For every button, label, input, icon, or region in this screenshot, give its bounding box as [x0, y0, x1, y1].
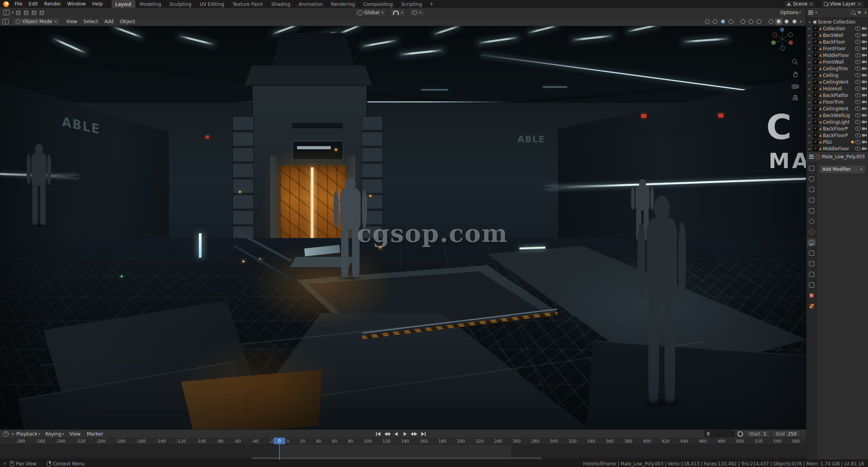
- item-checkbox[interactable]: ✓: [813, 93, 818, 98]
- shading-rendered-icon[interactable]: [791, 18, 798, 25]
- disable-in-render-camera-icon[interactable]: [862, 40, 867, 44]
- pan-hand-icon[interactable]: [791, 71, 799, 79]
- view-layer-selector[interactable]: View Layer ×: [821, 0, 864, 8]
- snap-active-icon[interactable]: [719, 18, 727, 25]
- item-checkbox[interactable]: ✓: [813, 39, 818, 44]
- render-tab-icon[interactable]: [807, 175, 816, 183]
- outliner-editor-icon[interactable]: [808, 11, 813, 15]
- tool-toggle-4[interactable]: [39, 9, 45, 16]
- timeline-ruler[interactable]: -280-260-240-220-200-180-160-140-120-100…: [0, 438, 806, 445]
- outliner-item-row[interactable]: ▸ ✓ ▲ FrontFloor: [807, 45, 868, 52]
- workspace-tab[interactable]: Shading: [267, 0, 295, 8]
- topbar-menu-item[interactable]: Help: [89, 1, 106, 7]
- tool-toggle-3[interactable]: [31, 9, 37, 16]
- workspace-tab[interactable]: Rendering: [327, 0, 359, 8]
- hide-in-viewport-eye-icon[interactable]: [855, 100, 861, 104]
- toggle-xray-icon[interactable]: [727, 18, 734, 25]
- tool-options[interactable]: Options ▾: [780, 10, 801, 15]
- mode-dropdown[interactable]: Object Mode ▾: [13, 18, 60, 26]
- item-checkbox[interactable]: ✓: [813, 99, 818, 104]
- visibility-toggle-1[interactable]: [740, 18, 747, 25]
- outliner-item-row[interactable]: ▸ ✓ ▲ Ceiling: [807, 72, 868, 79]
- texture-tab-icon[interactable]: [807, 302, 816, 310]
- item-checkbox[interactable]: ✓: [813, 119, 818, 125]
- viewport-menu-item[interactable]: Select: [81, 19, 101, 24]
- item-checkbox[interactable]: ✓: [813, 26, 818, 31]
- disable-in-render-camera-icon[interactable]: [862, 140, 867, 144]
- timeline-menu-item[interactable]: Playback▾: [14, 431, 43, 437]
- item-checkbox[interactable]: ✓: [813, 133, 818, 138]
- item-checkbox[interactable]: ✓: [813, 139, 818, 145]
- timeline-track[interactable]: [0, 445, 806, 460]
- workspace-tab[interactable]: Layout: [112, 0, 136, 8]
- disclosure-icon[interactable]: ▸: [809, 120, 812, 124]
- workspace-tab[interactable]: Animation: [295, 0, 327, 8]
- hide-in-viewport-eye-icon[interactable]: [855, 33, 861, 37]
- disclosure-icon[interactable]: ▸: [809, 140, 812, 144]
- outliner-item-row[interactable]: ▸ ✓ ▲ BackFloor: [807, 38, 868, 45]
- disclosure-icon[interactable]: ▸: [809, 60, 812, 64]
- hide-in-viewport-eye-icon[interactable]: [855, 60, 861, 64]
- workspace-tab[interactable]: Compositing: [359, 0, 397, 8]
- viewport-menu-item[interactable]: Add: [101, 19, 117, 24]
- outliner-item-row[interactable]: ▸ ✓ ▲ FloorTrim: [807, 99, 868, 105]
- hide-in-viewport-eye-icon[interactable]: [855, 106, 861, 111]
- auto-keying-icon[interactable]: [738, 431, 743, 437]
- item-checkbox[interactable]: ✓: [813, 53, 818, 58]
- timeline-scrollbar[interactable]: [0, 457, 806, 460]
- item-checkbox[interactable]: ✓: [813, 33, 818, 38]
- workspace-tab[interactable]: Scripting: [397, 0, 426, 8]
- visibility-toggle-2[interactable]: [747, 18, 754, 25]
- search-icon[interactable]: [851, 11, 855, 15]
- shading-wireframe-icon[interactable]: [767, 18, 774, 25]
- hide-in-viewport-eye-icon[interactable]: [855, 46, 861, 51]
- constraints-tab-icon[interactable]: [807, 270, 816, 278]
- item-checkbox[interactable]: ✓: [813, 46, 818, 51]
- output-tab-icon[interactable]: [807, 185, 816, 193]
- remove-view-layer-icon[interactable]: ×: [858, 2, 861, 6]
- disable-in-render-camera-icon[interactable]: [862, 87, 867, 90]
- disable-in-render-camera-icon[interactable]: [862, 80, 867, 84]
- outliner-item-row[interactable]: ▸ ✓ ▲ MiddleFloor: [807, 52, 868, 59]
- topbar-menu-item[interactable]: Render: [41, 1, 64, 7]
- hide-in-viewport-eye-icon[interactable]: [855, 120, 861, 124]
- disable-in-render-camera-icon[interactable]: [862, 53, 867, 57]
- hide-in-viewport-eye-icon[interactable]: [855, 140, 861, 144]
- workspace-tab[interactable]: Modeling: [136, 0, 166, 8]
- disclosure-icon[interactable]: ▸: [809, 47, 812, 51]
- outliner-item-row[interactable]: ▸ ✓ ▲ Collection: [807, 25, 868, 32]
- transform-orientation-dropdown[interactable]: Global ▾: [354, 9, 387, 16]
- tool-toggle-1[interactable]: [15, 9, 22, 16]
- hide-in-viewport-eye-icon[interactable]: [855, 80, 861, 84]
- outliner-item-row[interactable]: ▸ ✓ ▲ BackWall: [807, 32, 868, 38]
- disable-in-render-camera-icon[interactable]: [862, 127, 867, 130]
- workspace-tab[interactable]: UV Editing: [196, 0, 229, 8]
- properties-editor-icon[interactable]: [809, 155, 814, 159]
- disclosure-icon[interactable]: ▸: [809, 100, 812, 104]
- outliner-item-row[interactable]: ▸ ✓ ▲ HoloHull: [807, 85, 868, 92]
- playhead[interactable]: 0: [273, 438, 285, 444]
- outliner-item-row[interactable]: ▸ ✓ ▲ FrontWall: [807, 59, 868, 65]
- hide-in-viewport-eye-icon[interactable]: [855, 66, 861, 71]
- object-data-tab-icon[interactable]: [807, 281, 816, 289]
- topbar-menu-item[interactable]: Edit: [26, 1, 41, 7]
- shading-solid-icon[interactable]: [775, 18, 782, 25]
- hide-in-viewport-eye-icon[interactable]: [855, 53, 861, 57]
- disclosure-icon[interactable]: ▸: [809, 134, 812, 137]
- scene-selector[interactable]: Scene ×: [784, 0, 816, 8]
- jump-to-start-button[interactable]: [374, 430, 382, 437]
- material-tab-icon[interactable]: [807, 291, 816, 299]
- hide-in-viewport-eye-icon[interactable]: [855, 126, 861, 131]
- item-checkbox[interactable]: ✓: [813, 79, 818, 84]
- prev-keyframe-button[interactable]: [383, 430, 391, 437]
- disable-in-render-camera-icon[interactable]: [862, 107, 867, 110]
- perspective-toggle-icon[interactable]: [791, 93, 799, 101]
- 3d-viewport[interactable]: ABLE ABLE C MAR: [0, 26, 806, 429]
- timeline-menu-item[interactable]: Keying▾: [43, 431, 67, 437]
- view-layer-tab-icon[interactable]: [807, 196, 816, 204]
- start-frame-field[interactable]: Start 1: [746, 430, 770, 437]
- item-checkbox[interactable]: ✓: [813, 113, 818, 118]
- disable-in-render-camera-icon[interactable]: [862, 73, 867, 77]
- play-reverse-button[interactable]: [392, 430, 400, 437]
- disclosure-icon[interactable]: ▸: [809, 93, 812, 97]
